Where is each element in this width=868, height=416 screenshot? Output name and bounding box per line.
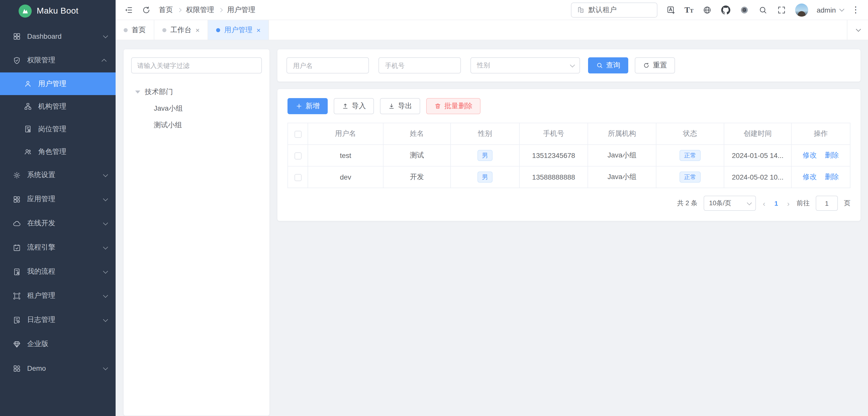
globe-icon[interactable]	[702, 5, 712, 15]
search-button-label: 查询	[606, 61, 620, 70]
github-icon[interactable]	[721, 5, 731, 15]
mobile-filter-input[interactable]	[378, 57, 461, 73]
export-button[interactable]: 导出	[380, 98, 420, 114]
sidebar-item-log-management[interactable]: 日志管理	[0, 308, 116, 332]
org-icon	[24, 102, 32, 111]
sidebar-item-user-management[interactable]: 用户管理	[0, 72, 116, 95]
chevron-down-icon	[103, 317, 108, 322]
status-badge: 正常	[680, 172, 701, 183]
column-header: 创建时间	[724, 123, 792, 145]
tree-node-root[interactable]: 技术部门	[131, 84, 262, 100]
row-select-cell	[288, 145, 308, 166]
tab-list-dropdown[interactable]	[847, 20, 868, 40]
goto-page-input[interactable]	[816, 196, 838, 211]
breadcrumb: 首页 权限管理 用户管理	[159, 5, 255, 14]
username-filter-input[interactable]	[286, 57, 369, 73]
current-page[interactable]: 1	[773, 200, 780, 207]
sidebar-item-role-management[interactable]: 角色管理	[0, 140, 116, 163]
reset-button[interactable]: 重置	[635, 57, 675, 73]
row-checkbox[interactable]	[294, 152, 301, 159]
breadcrumb-permissions[interactable]: 权限管理	[186, 5, 214, 14]
tree-filter-input[interactable]	[131, 57, 262, 73]
avatar[interactable]	[795, 3, 808, 16]
trash-icon	[434, 102, 441, 110]
font-size-icon[interactable]: TT	[685, 6, 693, 14]
column-header: 操作	[792, 123, 850, 145]
page-size-select[interactable]: 10条/页	[704, 196, 756, 211]
cell-actions: 修改 删除	[792, 145, 850, 166]
app-window: Maku Boot Dashboard 权限管理 用户管理 机	[0, 0, 868, 416]
chevron-down-icon	[570, 62, 575, 67]
chevron-up-icon	[101, 59, 106, 64]
table-header-row: 用户名 姓名 性别 手机号 所属机构 状态 创建时间 操作	[288, 123, 850, 145]
sidebar-item-workflow-engine[interactable]: 流程引擎	[0, 235, 116, 260]
chevron-down-icon	[103, 365, 108, 370]
sidebar-item-system-settings[interactable]: 系统设置	[0, 163, 116, 187]
apps-icon	[12, 195, 21, 204]
sidebar-item-dashboard[interactable]: Dashboard	[0, 24, 116, 48]
sidebar-item-online-dev[interactable]: 在线开发	[0, 211, 116, 235]
row-checkbox[interactable]	[294, 174, 301, 181]
tab-home[interactable]: 首页	[116, 20, 154, 40]
top-header: 首页 权限管理 用户管理 默认租户 TT	[116, 0, 868, 20]
close-icon[interactable]: ×	[195, 26, 199, 33]
right-column: 性别 查询 重置	[277, 49, 861, 416]
tree-node-label: 测试小组	[154, 120, 182, 129]
org-tree: 技术部门 Java小组 测试小组	[131, 84, 262, 133]
sidebar-item-enterprise[interactable]: 企业版	[0, 332, 116, 356]
edit-link[interactable]: 修改	[803, 151, 817, 159]
tree-node-test-group[interactable]: 测试小组	[131, 117, 262, 133]
more-menu-icon[interactable]: ⋮	[851, 5, 860, 14]
cell-username: test	[308, 145, 383, 166]
sidebar-item-label: 在线开发	[27, 219, 97, 228]
search-button[interactable]: 查询	[588, 57, 628, 73]
sidebar-item-permissions[interactable]: 权限管理	[0, 48, 116, 72]
breadcrumb-user-management[interactable]: 用户管理	[227, 5, 255, 14]
breadcrumb-home[interactable]: 首页	[159, 5, 173, 14]
sidebar-item-my-workflow[interactable]: 我的流程	[0, 260, 116, 284]
page-content: 技术部门 Java小组 测试小组 性别	[116, 40, 868, 416]
collapse-sidebar-icon[interactable]	[124, 5, 134, 15]
refresh-icon[interactable]	[141, 5, 151, 15]
sidebar-item-demo[interactable]: Demo	[0, 356, 116, 380]
edit-link[interactable]: 修改	[803, 173, 817, 181]
delete-link[interactable]: 删除	[825, 151, 839, 159]
sidebar-item-app-management[interactable]: 应用管理	[0, 187, 116, 211]
breadcrumb-separator-icon	[219, 8, 223, 12]
sidebar-menu: Dashboard 权限管理 用户管理 机构管理 岗位	[0, 22, 116, 416]
select-all-checkbox[interactable]	[294, 131, 301, 138]
chevron-down-icon	[103, 196, 108, 201]
demo-icon	[12, 364, 21, 373]
tab-workbench[interactable]: 工作台 ×	[154, 20, 208, 40]
column-header: 状态	[656, 123, 724, 145]
user-icon	[24, 80, 32, 88]
next-page-button[interactable]: ›	[786, 199, 790, 208]
prev-page-button[interactable]: ‹	[762, 199, 767, 208]
app-logo[interactable]: Maku Boot	[0, 0, 116, 22]
fullscreen-icon[interactable]	[777, 5, 786, 15]
delete-link[interactable]: 删除	[825, 173, 839, 181]
tree-node-label: 技术部门	[145, 87, 173, 96]
tab-user-management[interactable]: 用户管理 ×	[208, 20, 269, 40]
import-button[interactable]: 导入	[334, 98, 374, 114]
user-menu[interactable]: admin	[817, 6, 843, 14]
add-button[interactable]: 新增	[287, 98, 328, 114]
sidebar-item-org-management[interactable]: 机构管理	[0, 95, 116, 118]
building-icon	[577, 6, 585, 13]
tab-dot	[216, 28, 220, 32]
search-icon[interactable]	[758, 5, 768, 15]
sidebar: Maku Boot Dashboard 权限管理 用户管理 机	[0, 0, 116, 416]
tenant-select[interactable]: 默认租户	[571, 2, 657, 17]
close-icon[interactable]: ×	[256, 26, 260, 33]
gender-tag: 男	[477, 150, 493, 161]
cell-created: 2024-05-02 10...	[724, 166, 792, 188]
tab-dot	[124, 28, 128, 32]
sidebar-item-post-management[interactable]: 岗位管理	[0, 118, 116, 140]
refresh-icon	[643, 62, 650, 69]
translate-icon[interactable]	[666, 5, 676, 15]
gender-select[interactable]: 性别	[470, 57, 580, 73]
batch-delete-button[interactable]: 批量删除	[426, 98, 480, 114]
gitee-icon[interactable]: G	[739, 5, 749, 15]
tree-node-java-group[interactable]: Java小组	[131, 100, 262, 117]
sidebar-item-tenant-management[interactable]: 租户管理	[0, 284, 116, 308]
